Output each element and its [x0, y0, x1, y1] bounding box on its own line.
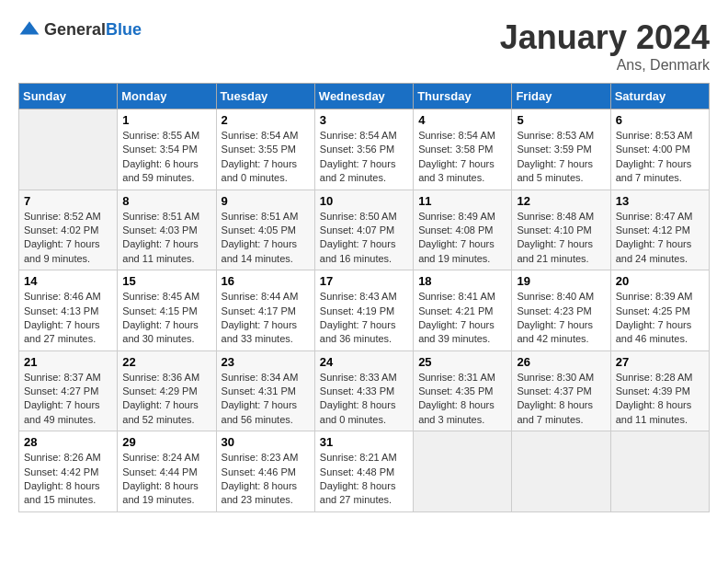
day-info: Sunrise: 8:53 AMSunset: 4:00 PMDaylight:… [616, 129, 704, 186]
day-info: Sunrise: 8:31 AMSunset: 4:35 PMDaylight:… [418, 371, 506, 428]
day-info: Sunrise: 8:48 AMSunset: 4:10 PMDaylight:… [517, 210, 605, 267]
weekday-header: Sunday [19, 84, 118, 109]
calendar-cell: 13Sunrise: 8:47 AMSunset: 4:12 PMDayligh… [610, 190, 709, 270]
calendar-cell: 29Sunrise: 8:24 AMSunset: 4:44 PMDayligh… [118, 431, 216, 512]
weekday-header: Thursday [414, 84, 512, 109]
day-number: 12 [517, 194, 605, 208]
calendar-cell: 5Sunrise: 8:53 AMSunset: 3:59 PMDaylight… [512, 109, 610, 190]
day-info: Sunrise: 8:54 AMSunset: 3:55 PMDaylight:… [222, 129, 310, 186]
day-number: 17 [320, 274, 408, 288]
day-info: Sunrise: 8:43 AMSunset: 4:19 PMDaylight:… [320, 290, 408, 347]
day-info: Sunrise: 8:52 AMSunset: 4:02 PMDaylight:… [24, 210, 112, 267]
weekday-header: Friday [512, 84, 610, 109]
calendar-cell: 27Sunrise: 8:28 AMSunset: 4:39 PMDayligh… [610, 350, 709, 431]
day-number: 20 [616, 274, 704, 288]
day-number: 24 [320, 355, 408, 369]
day-number: 19 [517, 274, 605, 288]
logo-text-general: General [44, 20, 106, 39]
day-info: Sunrise: 8:37 AMSunset: 4:27 PMDaylight:… [24, 371, 112, 428]
logo: GeneralBlue [18, 18, 142, 40]
day-info: Sunrise: 8:47 AMSunset: 4:12 PMDaylight:… [616, 210, 704, 267]
day-info: Sunrise: 8:45 AMSunset: 4:15 PMDaylight:… [122, 290, 210, 347]
calendar-cell: 20Sunrise: 8:39 AMSunset: 4:25 PMDayligh… [610, 270, 709, 351]
day-number: 28 [24, 435, 112, 449]
calendar-cell: 3Sunrise: 8:54 AMSunset: 3:56 PMDaylight… [314, 109, 413, 190]
day-number: 9 [222, 194, 310, 208]
calendar-cell: 31Sunrise: 8:21 AMSunset: 4:48 PMDayligh… [314, 431, 413, 512]
day-info: Sunrise: 8:53 AMSunset: 3:59 PMDaylight:… [517, 129, 605, 186]
svg-marker-0 [20, 21, 40, 34]
day-info: Sunrise: 8:30 AMSunset: 4:37 PMDaylight:… [517, 371, 605, 428]
title-section: January 2024 Ans, Denmark [500, 18, 710, 74]
day-number: 8 [122, 194, 210, 208]
day-info: Sunrise: 8:49 AMSunset: 4:08 PMDaylight:… [418, 210, 506, 267]
day-number: 29 [122, 435, 210, 449]
weekday-header: Saturday [610, 84, 709, 109]
calendar-week-row: 21Sunrise: 8:37 AMSunset: 4:27 PMDayligh… [19, 350, 710, 431]
calendar-cell: 1Sunrise: 8:55 AMSunset: 3:54 PMDaylight… [118, 109, 216, 190]
day-number: 30 [222, 435, 310, 449]
day-info: Sunrise: 8:51 AMSunset: 4:03 PMDaylight:… [122, 210, 210, 267]
calendar-cell: 9Sunrise: 8:51 AMSunset: 4:05 PMDaylight… [216, 190, 314, 270]
calendar-cell: 26Sunrise: 8:30 AMSunset: 4:37 PMDayligh… [512, 350, 610, 431]
day-info: Sunrise: 8:54 AMSunset: 3:58 PMDaylight:… [418, 129, 506, 186]
calendar-cell: 8Sunrise: 8:51 AMSunset: 4:03 PMDaylight… [118, 190, 216, 270]
calendar-week-row: 7Sunrise: 8:52 AMSunset: 4:02 PMDaylight… [19, 190, 710, 270]
day-number: 13 [616, 194, 704, 208]
calendar-cell: 18Sunrise: 8:41 AMSunset: 4:21 PMDayligh… [414, 270, 512, 351]
day-number: 10 [320, 194, 408, 208]
day-info: Sunrise: 8:41 AMSunset: 4:21 PMDaylight:… [418, 290, 506, 347]
day-info: Sunrise: 8:46 AMSunset: 4:13 PMDaylight:… [24, 290, 112, 347]
day-number: 6 [616, 113, 704, 127]
day-number: 23 [222, 355, 310, 369]
calendar-week-row: 28Sunrise: 8:26 AMSunset: 4:42 PMDayligh… [19, 431, 710, 512]
day-number: 15 [122, 274, 210, 288]
calendar-cell [19, 109, 118, 190]
calendar-week-row: 1Sunrise: 8:55 AMSunset: 3:54 PMDaylight… [19, 109, 710, 190]
calendar-cell: 23Sunrise: 8:34 AMSunset: 4:31 PMDayligh… [216, 350, 314, 431]
day-info: Sunrise: 8:50 AMSunset: 4:07 PMDaylight:… [320, 210, 408, 267]
day-info: Sunrise: 8:24 AMSunset: 4:44 PMDaylight:… [122, 451, 210, 508]
calendar-cell: 21Sunrise: 8:37 AMSunset: 4:27 PMDayligh… [19, 350, 118, 431]
day-info: Sunrise: 8:54 AMSunset: 3:56 PMDaylight:… [320, 129, 408, 186]
day-number: 11 [418, 194, 506, 208]
calendar-cell: 16Sunrise: 8:44 AMSunset: 4:17 PMDayligh… [216, 270, 314, 351]
calendar-cell: 19Sunrise: 8:40 AMSunset: 4:23 PMDayligh… [512, 270, 610, 351]
location-title: Ans, Denmark [500, 57, 710, 74]
page-header: GeneralBlue January 2024 Ans, Denmark [18, 18, 710, 74]
day-number: 2 [222, 113, 310, 127]
weekday-header: Monday [118, 84, 216, 109]
day-info: Sunrise: 8:44 AMSunset: 4:17 PMDaylight:… [222, 290, 310, 347]
day-number: 5 [517, 113, 605, 127]
day-info: Sunrise: 8:36 AMSunset: 4:29 PMDaylight:… [122, 371, 210, 428]
calendar-cell [610, 431, 709, 512]
day-info: Sunrise: 8:21 AMSunset: 4:48 PMDaylight:… [320, 451, 408, 508]
day-number: 22 [122, 355, 210, 369]
calendar-cell: 17Sunrise: 8:43 AMSunset: 4:19 PMDayligh… [314, 270, 413, 351]
calendar-cell: 10Sunrise: 8:50 AMSunset: 4:07 PMDayligh… [314, 190, 413, 270]
day-info: Sunrise: 8:40 AMSunset: 4:23 PMDaylight:… [517, 290, 605, 347]
calendar-week-row: 14Sunrise: 8:46 AMSunset: 4:13 PMDayligh… [19, 270, 710, 351]
calendar-cell: 2Sunrise: 8:54 AMSunset: 3:55 PMDaylight… [216, 109, 314, 190]
calendar-cell: 24Sunrise: 8:33 AMSunset: 4:33 PMDayligh… [314, 350, 413, 431]
calendar-cell: 11Sunrise: 8:49 AMSunset: 4:08 PMDayligh… [414, 190, 512, 270]
day-number: 26 [517, 355, 605, 369]
day-info: Sunrise: 8:55 AMSunset: 3:54 PMDaylight:… [122, 129, 210, 186]
weekday-header: Wednesday [314, 84, 413, 109]
calendar-cell: 7Sunrise: 8:52 AMSunset: 4:02 PMDaylight… [19, 190, 118, 270]
calendar-cell: 12Sunrise: 8:48 AMSunset: 4:10 PMDayligh… [512, 190, 610, 270]
day-number: 14 [24, 274, 112, 288]
calendar-cell: 4Sunrise: 8:54 AMSunset: 3:58 PMDaylight… [414, 109, 512, 190]
day-number: 27 [616, 355, 704, 369]
day-info: Sunrise: 8:26 AMSunset: 4:42 PMDaylight:… [24, 451, 112, 508]
calendar-cell: 22Sunrise: 8:36 AMSunset: 4:29 PMDayligh… [118, 350, 216, 431]
calendar-cell: 15Sunrise: 8:45 AMSunset: 4:15 PMDayligh… [118, 270, 216, 351]
day-number: 18 [418, 274, 506, 288]
day-number: 1 [122, 113, 210, 127]
logo-text-blue: Blue [106, 20, 142, 39]
day-number: 16 [222, 274, 310, 288]
day-number: 21 [24, 355, 112, 369]
calendar-cell: 28Sunrise: 8:26 AMSunset: 4:42 PMDayligh… [19, 431, 118, 512]
month-title: January 2024 [500, 18, 710, 57]
day-info: Sunrise: 8:34 AMSunset: 4:31 PMDaylight:… [222, 371, 310, 428]
